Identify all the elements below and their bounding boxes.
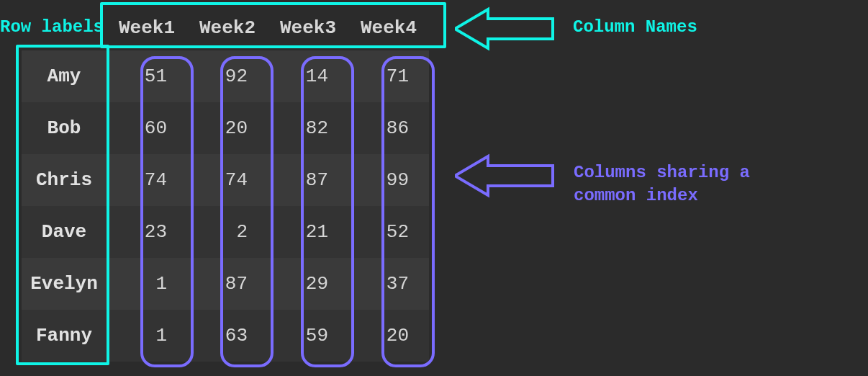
cell: 1 [107,258,187,310]
cell: 59 [268,310,348,362]
cell: 99 [348,154,429,206]
cell: 1 [107,310,187,362]
row-label: Bob [22,102,107,154]
cell: 51 [107,50,187,102]
table-row: Evelyn 1 87 29 37 [22,258,429,310]
cell: 21 [268,206,348,258]
cell: 74 [107,154,187,206]
arrow-column-names [455,6,556,51]
label-column-names: Column Names [573,16,697,39]
col-header: Week1 [107,6,187,50]
cell: 37 [348,258,429,310]
cell: 86 [348,102,429,154]
cell: 20 [348,310,429,362]
cell: 23 [107,206,187,258]
row-label: Chris [22,154,107,206]
cell: 52 [348,206,429,258]
dataframe-table: Week1 Week2 Week3 Week4 Amy 51 92 14 71 … [22,6,429,362]
row-label: Dave [22,206,107,258]
cell: 82 [268,102,348,154]
table-row: Fanny 1 63 59 20 [22,310,429,362]
cell: 87 [187,258,268,310]
cell: 74 [187,154,268,206]
cell: 60 [107,102,187,154]
cell: 63 [187,310,268,362]
label-columns-common-index: Columns sharing a common index [574,161,750,208]
col-header: Week2 [187,6,268,50]
cell: 20 [187,102,268,154]
label-row-labels: Row labels [0,16,104,39]
col-header: Week4 [348,6,429,50]
cell: 92 [187,50,268,102]
row-label: Evelyn [22,258,107,310]
cell: 2 [187,206,268,258]
cell: 71 [348,50,429,102]
row-label: Fanny [22,310,107,362]
table-row: Chris 74 74 87 99 [22,154,429,206]
table-row: Dave 23 2 21 52 [22,206,429,258]
diagram-stage: Week1 Week2 Week3 Week4 Amy 51 92 14 71 … [0,0,868,376]
cell: 87 [268,154,348,206]
table-row: Bob 60 20 82 86 [22,102,429,154]
row-label: Amy [22,50,107,102]
arrow-columns-common-index [455,153,556,198]
cell: 14 [268,50,348,102]
cell: 29 [268,258,348,310]
col-header: Week3 [268,6,348,50]
table-row: Amy 51 92 14 71 [22,50,429,102]
